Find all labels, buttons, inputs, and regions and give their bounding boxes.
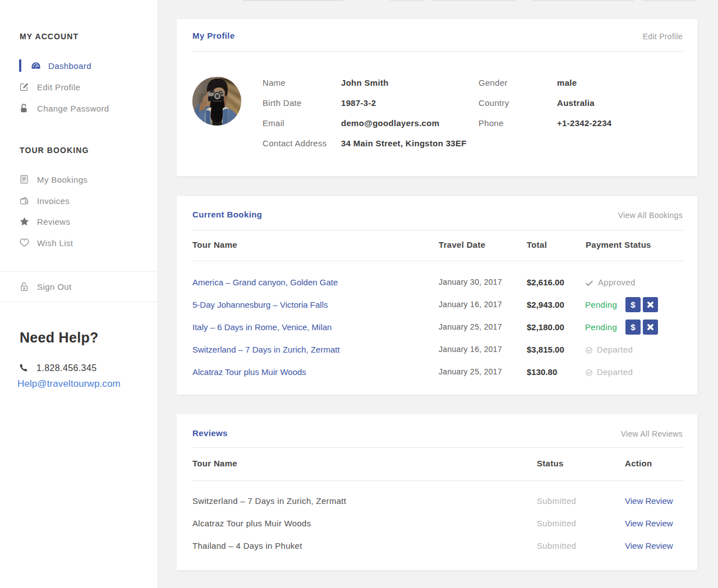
svg-text:$: $ bbox=[630, 322, 636, 332]
svg-text:$: $ bbox=[630, 300, 636, 309]
